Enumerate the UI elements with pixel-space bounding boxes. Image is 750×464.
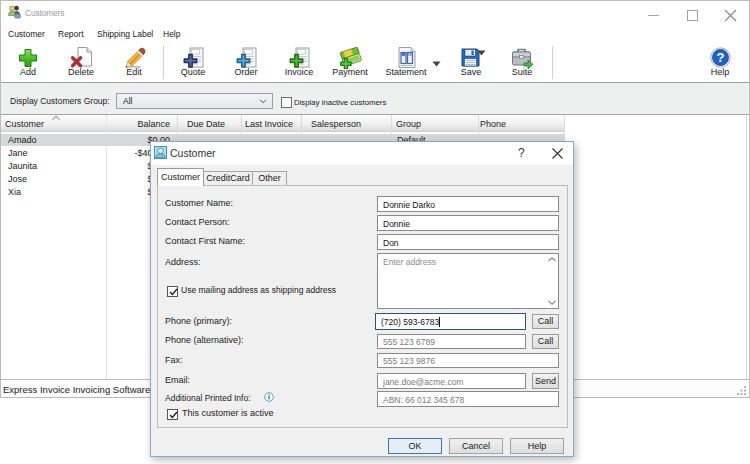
svg-text:?: ? — [717, 50, 725, 65]
